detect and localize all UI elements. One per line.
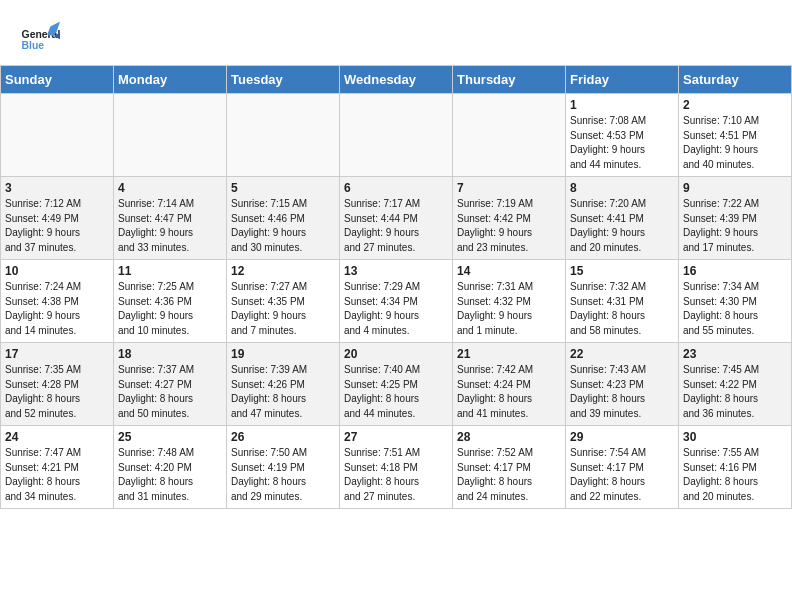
day-info: Sunrise: 7:31 AM Sunset: 4:32 PM Dayligh… <box>457 280 561 338</box>
calendar-cell: 30Sunrise: 7:55 AM Sunset: 4:16 PM Dayli… <box>679 426 792 509</box>
calendar-cell: 1Sunrise: 7:08 AM Sunset: 4:53 PM Daylig… <box>566 94 679 177</box>
day-number: 10 <box>5 264 109 278</box>
calendar-cell: 18Sunrise: 7:37 AM Sunset: 4:27 PM Dayli… <box>114 343 227 426</box>
day-number: 28 <box>457 430 561 444</box>
day-number: 2 <box>683 98 787 112</box>
day-number: 8 <box>570 181 674 195</box>
calendar-cell: 15Sunrise: 7:32 AM Sunset: 4:31 PM Dayli… <box>566 260 679 343</box>
day-info: Sunrise: 7:50 AM Sunset: 4:19 PM Dayligh… <box>231 446 335 504</box>
weekday-header-monday: Monday <box>114 66 227 94</box>
day-info: Sunrise: 7:47 AM Sunset: 4:21 PM Dayligh… <box>5 446 109 504</box>
calendar-cell: 24Sunrise: 7:47 AM Sunset: 4:21 PM Dayli… <box>1 426 114 509</box>
weekday-header-tuesday: Tuesday <box>227 66 340 94</box>
day-number: 13 <box>344 264 448 278</box>
day-number: 9 <box>683 181 787 195</box>
day-info: Sunrise: 7:32 AM Sunset: 4:31 PM Dayligh… <box>570 280 674 338</box>
calendar-cell: 20Sunrise: 7:40 AM Sunset: 4:25 PM Dayli… <box>340 343 453 426</box>
calendar-cell: 6Sunrise: 7:17 AM Sunset: 4:44 PM Daylig… <box>340 177 453 260</box>
day-info: Sunrise: 7:10 AM Sunset: 4:51 PM Dayligh… <box>683 114 787 172</box>
calendar-cell: 23Sunrise: 7:45 AM Sunset: 4:22 PM Dayli… <box>679 343 792 426</box>
calendar-cell: 19Sunrise: 7:39 AM Sunset: 4:26 PM Dayli… <box>227 343 340 426</box>
calendar-cell: 8Sunrise: 7:20 AM Sunset: 4:41 PM Daylig… <box>566 177 679 260</box>
day-number: 11 <box>118 264 222 278</box>
weekday-header-saturday: Saturday <box>679 66 792 94</box>
weekday-header-sunday: Sunday <box>1 66 114 94</box>
logo-container: General Blue <box>20 20 60 60</box>
calendar-cell: 2Sunrise: 7:10 AM Sunset: 4:51 PM Daylig… <box>679 94 792 177</box>
calendar-cell: 11Sunrise: 7:25 AM Sunset: 4:36 PM Dayli… <box>114 260 227 343</box>
calendar-cell: 17Sunrise: 7:35 AM Sunset: 4:28 PM Dayli… <box>1 343 114 426</box>
day-number: 19 <box>231 347 335 361</box>
day-info: Sunrise: 7:54 AM Sunset: 4:17 PM Dayligh… <box>570 446 674 504</box>
calendar-cell: 12Sunrise: 7:27 AM Sunset: 4:35 PM Dayli… <box>227 260 340 343</box>
calendar-cell: 4Sunrise: 7:14 AM Sunset: 4:47 PM Daylig… <box>114 177 227 260</box>
day-info: Sunrise: 7:22 AM Sunset: 4:39 PM Dayligh… <box>683 197 787 255</box>
logo-icon: General Blue <box>20 20 60 60</box>
day-info: Sunrise: 7:15 AM Sunset: 4:46 PM Dayligh… <box>231 197 335 255</box>
day-number: 26 <box>231 430 335 444</box>
day-number: 3 <box>5 181 109 195</box>
calendar-cell: 3Sunrise: 7:12 AM Sunset: 4:49 PM Daylig… <box>1 177 114 260</box>
weekday-header-friday: Friday <box>566 66 679 94</box>
day-info: Sunrise: 7:12 AM Sunset: 4:49 PM Dayligh… <box>5 197 109 255</box>
day-number: 14 <box>457 264 561 278</box>
calendar-cell: 14Sunrise: 7:31 AM Sunset: 4:32 PM Dayli… <box>453 260 566 343</box>
calendar-cell <box>340 94 453 177</box>
day-number: 5 <box>231 181 335 195</box>
day-info: Sunrise: 7:51 AM Sunset: 4:18 PM Dayligh… <box>344 446 448 504</box>
day-number: 6 <box>344 181 448 195</box>
day-info: Sunrise: 7:43 AM Sunset: 4:23 PM Dayligh… <box>570 363 674 421</box>
calendar-week-4: 17Sunrise: 7:35 AM Sunset: 4:28 PM Dayli… <box>1 343 792 426</box>
day-info: Sunrise: 7:39 AM Sunset: 4:26 PM Dayligh… <box>231 363 335 421</box>
calendar-cell <box>227 94 340 177</box>
calendar-week-5: 24Sunrise: 7:47 AM Sunset: 4:21 PM Dayli… <box>1 426 792 509</box>
calendar-cell: 7Sunrise: 7:19 AM Sunset: 4:42 PM Daylig… <box>453 177 566 260</box>
calendar-week-3: 10Sunrise: 7:24 AM Sunset: 4:38 PM Dayli… <box>1 260 792 343</box>
weekday-header-row: SundayMondayTuesdayWednesdayThursdayFrid… <box>1 66 792 94</box>
calendar-table: SundayMondayTuesdayWednesdayThursdayFrid… <box>0 65 792 509</box>
day-number: 15 <box>570 264 674 278</box>
day-info: Sunrise: 7:48 AM Sunset: 4:20 PM Dayligh… <box>118 446 222 504</box>
weekday-header-wednesday: Wednesday <box>340 66 453 94</box>
calendar-cell: 13Sunrise: 7:29 AM Sunset: 4:34 PM Dayli… <box>340 260 453 343</box>
calendar-week-1: 1Sunrise: 7:08 AM Sunset: 4:53 PM Daylig… <box>1 94 792 177</box>
calendar-week-2: 3Sunrise: 7:12 AM Sunset: 4:49 PM Daylig… <box>1 177 792 260</box>
day-info: Sunrise: 7:37 AM Sunset: 4:27 PM Dayligh… <box>118 363 222 421</box>
day-number: 23 <box>683 347 787 361</box>
calendar-cell: 26Sunrise: 7:50 AM Sunset: 4:19 PM Dayli… <box>227 426 340 509</box>
day-number: 30 <box>683 430 787 444</box>
calendar-cell: 5Sunrise: 7:15 AM Sunset: 4:46 PM Daylig… <box>227 177 340 260</box>
day-info: Sunrise: 7:24 AM Sunset: 4:38 PM Dayligh… <box>5 280 109 338</box>
svg-text:Blue: Blue <box>22 40 45 51</box>
day-number: 17 <box>5 347 109 361</box>
day-info: Sunrise: 7:55 AM Sunset: 4:16 PM Dayligh… <box>683 446 787 504</box>
day-info: Sunrise: 7:20 AM Sunset: 4:41 PM Dayligh… <box>570 197 674 255</box>
day-info: Sunrise: 7:17 AM Sunset: 4:44 PM Dayligh… <box>344 197 448 255</box>
calendar-cell: 29Sunrise: 7:54 AM Sunset: 4:17 PM Dayli… <box>566 426 679 509</box>
calendar-cell <box>114 94 227 177</box>
calendar-cell: 9Sunrise: 7:22 AM Sunset: 4:39 PM Daylig… <box>679 177 792 260</box>
day-info: Sunrise: 7:42 AM Sunset: 4:24 PM Dayligh… <box>457 363 561 421</box>
day-number: 21 <box>457 347 561 361</box>
day-number: 4 <box>118 181 222 195</box>
day-number: 29 <box>570 430 674 444</box>
day-info: Sunrise: 7:08 AM Sunset: 4:53 PM Dayligh… <box>570 114 674 172</box>
day-number: 1 <box>570 98 674 112</box>
day-info: Sunrise: 7:35 AM Sunset: 4:28 PM Dayligh… <box>5 363 109 421</box>
day-info: Sunrise: 7:27 AM Sunset: 4:35 PM Dayligh… <box>231 280 335 338</box>
day-number: 27 <box>344 430 448 444</box>
calendar-cell: 16Sunrise: 7:34 AM Sunset: 4:30 PM Dayli… <box>679 260 792 343</box>
calendar-cell: 10Sunrise: 7:24 AM Sunset: 4:38 PM Dayli… <box>1 260 114 343</box>
day-info: Sunrise: 7:40 AM Sunset: 4:25 PM Dayligh… <box>344 363 448 421</box>
day-info: Sunrise: 7:14 AM Sunset: 4:47 PM Dayligh… <box>118 197 222 255</box>
day-number: 7 <box>457 181 561 195</box>
calendar-cell: 25Sunrise: 7:48 AM Sunset: 4:20 PM Dayli… <box>114 426 227 509</box>
calendar-cell <box>453 94 566 177</box>
day-number: 18 <box>118 347 222 361</box>
header: General Blue <box>0 0 792 65</box>
day-info: Sunrise: 7:45 AM Sunset: 4:22 PM Dayligh… <box>683 363 787 421</box>
calendar-cell <box>1 94 114 177</box>
day-number: 24 <box>5 430 109 444</box>
day-number: 22 <box>570 347 674 361</box>
day-number: 25 <box>118 430 222 444</box>
